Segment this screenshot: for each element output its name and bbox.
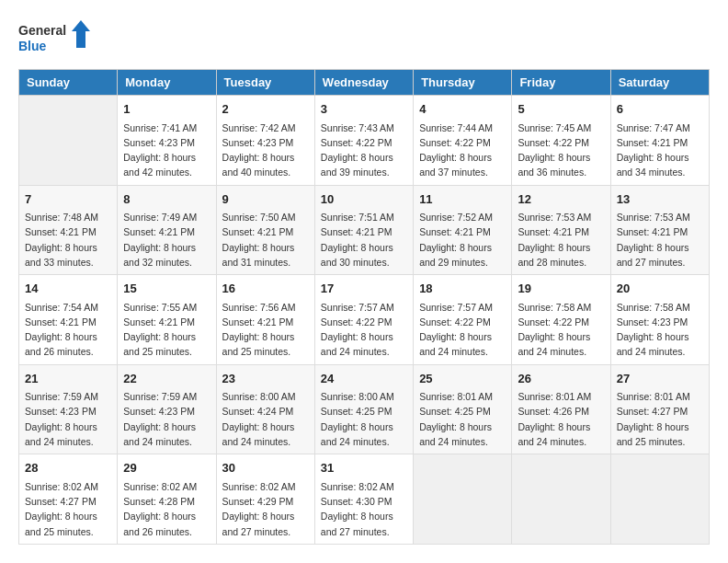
day-info: Sunrise: 8:02 AMSunset: 4:28 PMDaylight:… bbox=[123, 479, 210, 539]
day-of-week-header: Wednesday bbox=[314, 70, 413, 96]
day-info: Sunrise: 7:51 AMSunset: 4:21 PMDaylight:… bbox=[321, 210, 407, 270]
calendar-day-cell: 3Sunrise: 7:43 AMSunset: 4:22 PMDaylight… bbox=[314, 96, 413, 186]
day-of-week-header: Friday bbox=[512, 70, 610, 96]
day-info: Sunrise: 7:58 AMSunset: 4:23 PMDaylight:… bbox=[617, 300, 703, 360]
day-info: Sunrise: 8:00 AMSunset: 4:24 PMDaylight:… bbox=[222, 389, 309, 449]
day-info: Sunrise: 8:02 AMSunset: 4:29 PMDaylight:… bbox=[222, 479, 309, 539]
day-info: Sunrise: 7:50 AMSunset: 4:21 PMDaylight:… bbox=[222, 210, 309, 270]
day-info: Sunrise: 8:00 AMSunset: 4:25 PMDaylight:… bbox=[321, 389, 407, 449]
day-number: 31 bbox=[321, 459, 407, 477]
day-info: Sunrise: 8:01 AMSunset: 4:25 PMDaylight:… bbox=[419, 389, 506, 449]
day-number: 5 bbox=[518, 100, 604, 119]
day-number: 18 bbox=[419, 280, 506, 298]
calendar-day-cell: 24Sunrise: 8:00 AMSunset: 4:25 PMDayligh… bbox=[314, 364, 413, 454]
calendar-day-cell: 22Sunrise: 7:59 AMSunset: 4:23 PMDayligh… bbox=[118, 364, 216, 454]
day-info: Sunrise: 7:49 AMSunset: 4:21 PMDaylight:… bbox=[123, 210, 210, 270]
day-number: 29 bbox=[123, 459, 210, 477]
day-info: Sunrise: 7:43 AMSunset: 4:22 PMDaylight:… bbox=[321, 121, 407, 180]
day-info: Sunrise: 7:47 AMSunset: 4:21 PMDaylight:… bbox=[617, 121, 703, 180]
day-number: 23 bbox=[222, 370, 309, 388]
page-header: General Blue bbox=[18, 18, 710, 60]
day-number: 10 bbox=[321, 190, 407, 209]
day-number: 22 bbox=[123, 370, 210, 388]
day-number: 16 bbox=[222, 280, 309, 298]
calendar-day-cell: 20Sunrise: 7:58 AMSunset: 4:23 PMDayligh… bbox=[610, 275, 709, 365]
calendar-day-cell: 12Sunrise: 7:53 AMSunset: 4:21 PMDayligh… bbox=[512, 185, 610, 275]
day-info: Sunrise: 7:53 AMSunset: 4:21 PMDaylight:… bbox=[617, 210, 703, 270]
calendar-day-cell bbox=[512, 454, 610, 545]
day-info: Sunrise: 7:48 AMSunset: 4:21 PMDaylight:… bbox=[25, 210, 111, 270]
calendar-day-cell: 7Sunrise: 7:48 AMSunset: 4:21 PMDaylight… bbox=[19, 185, 118, 275]
day-number: 24 bbox=[321, 370, 407, 388]
day-number: 7 bbox=[25, 190, 111, 209]
calendar-day-cell: 29Sunrise: 8:02 AMSunset: 4:28 PMDayligh… bbox=[118, 454, 216, 545]
calendar-day-cell: 13Sunrise: 7:53 AMSunset: 4:21 PMDayligh… bbox=[610, 185, 709, 275]
calendar-week-row: 1Sunrise: 7:41 AMSunset: 4:23 PMDaylight… bbox=[19, 96, 710, 186]
day-number: 13 bbox=[617, 190, 703, 209]
day-number: 20 bbox=[617, 280, 703, 298]
day-number: 9 bbox=[222, 190, 309, 209]
day-info: Sunrise: 7:54 AMSunset: 4:21 PMDaylight:… bbox=[25, 300, 111, 360]
day-info: Sunrise: 7:58 AMSunset: 4:22 PMDaylight:… bbox=[518, 300, 604, 360]
day-number: 4 bbox=[419, 100, 506, 119]
calendar-day-cell: 5Sunrise: 7:45 AMSunset: 4:22 PMDaylight… bbox=[512, 96, 610, 186]
day-info: Sunrise: 7:42 AMSunset: 4:23 PMDaylight:… bbox=[222, 121, 309, 180]
day-info: Sunrise: 7:59 AMSunset: 4:23 PMDaylight:… bbox=[123, 389, 210, 449]
calendar-day-cell: 28Sunrise: 8:02 AMSunset: 4:27 PMDayligh… bbox=[19, 454, 118, 545]
day-of-week-header: Monday bbox=[118, 70, 216, 96]
day-info: Sunrise: 7:53 AMSunset: 4:21 PMDaylight:… bbox=[518, 210, 604, 270]
day-of-week-header: Sunday bbox=[19, 70, 118, 96]
day-number: 28 bbox=[25, 459, 111, 477]
calendar-day-cell: 17Sunrise: 7:57 AMSunset: 4:22 PMDayligh… bbox=[314, 275, 413, 365]
calendar-day-cell: 14Sunrise: 7:54 AMSunset: 4:21 PMDayligh… bbox=[19, 275, 118, 365]
day-number: 12 bbox=[518, 190, 604, 209]
calendar-day-cell: 21Sunrise: 7:59 AMSunset: 4:23 PMDayligh… bbox=[19, 364, 118, 454]
calendar-day-cell: 9Sunrise: 7:50 AMSunset: 4:21 PMDaylight… bbox=[216, 185, 314, 275]
calendar-day-cell: 18Sunrise: 7:57 AMSunset: 4:22 PMDayligh… bbox=[414, 275, 512, 365]
calendar-day-cell: 23Sunrise: 8:00 AMSunset: 4:24 PMDayligh… bbox=[216, 364, 314, 454]
calendar-day-cell bbox=[610, 454, 709, 545]
calendar-day-cell: 16Sunrise: 7:56 AMSunset: 4:21 PMDayligh… bbox=[216, 275, 314, 365]
day-number: 6 bbox=[617, 100, 703, 119]
day-number: 1 bbox=[123, 100, 210, 119]
day-number: 27 bbox=[617, 370, 703, 388]
calendar-week-row: 28Sunrise: 8:02 AMSunset: 4:27 PMDayligh… bbox=[19, 454, 710, 545]
calendar-day-cell: 19Sunrise: 7:58 AMSunset: 4:22 PMDayligh… bbox=[512, 275, 610, 365]
day-info: Sunrise: 7:52 AMSunset: 4:21 PMDaylight:… bbox=[419, 210, 506, 270]
day-of-week-header: Tuesday bbox=[216, 70, 314, 96]
calendar-day-cell: 2Sunrise: 7:42 AMSunset: 4:23 PMDaylight… bbox=[216, 96, 314, 186]
logo-svg: General Blue bbox=[18, 18, 92, 60]
day-info: Sunrise: 7:41 AMSunset: 4:23 PMDaylight:… bbox=[123, 121, 210, 180]
calendar-day-cell: 1Sunrise: 7:41 AMSunset: 4:23 PMDaylight… bbox=[118, 96, 216, 186]
calendar-day-cell: 4Sunrise: 7:44 AMSunset: 4:22 PMDaylight… bbox=[414, 96, 512, 186]
day-of-week-header: Thursday bbox=[414, 70, 512, 96]
calendar-day-cell: 30Sunrise: 8:02 AMSunset: 4:29 PMDayligh… bbox=[216, 454, 314, 545]
calendar-day-cell: 31Sunrise: 8:02 AMSunset: 4:30 PMDayligh… bbox=[314, 454, 413, 545]
day-number: 14 bbox=[25, 280, 111, 298]
day-info: Sunrise: 8:01 AMSunset: 4:27 PMDaylight:… bbox=[617, 389, 703, 449]
day-number: 3 bbox=[321, 100, 407, 119]
calendar-day-cell: 26Sunrise: 8:01 AMSunset: 4:26 PMDayligh… bbox=[512, 364, 610, 454]
calendar-table: SundayMondayTuesdayWednesdayThursdayFrid… bbox=[18, 69, 710, 545]
day-number: 8 bbox=[123, 190, 210, 209]
day-number: 15 bbox=[123, 280, 210, 298]
calendar-day-cell: 10Sunrise: 7:51 AMSunset: 4:21 PMDayligh… bbox=[314, 185, 413, 275]
day-info: Sunrise: 8:02 AMSunset: 4:27 PMDaylight:… bbox=[25, 479, 111, 539]
day-info: Sunrise: 7:55 AMSunset: 4:21 PMDaylight:… bbox=[123, 300, 210, 360]
day-info: Sunrise: 7:45 AMSunset: 4:22 PMDaylight:… bbox=[518, 121, 604, 180]
day-number: 30 bbox=[222, 459, 309, 477]
svg-text:Blue: Blue bbox=[18, 39, 47, 53]
calendar-day-cell: 8Sunrise: 7:49 AMSunset: 4:21 PMDaylight… bbox=[118, 185, 216, 275]
day-number: 19 bbox=[518, 280, 604, 298]
calendar-day-cell: 15Sunrise: 7:55 AMSunset: 4:21 PMDayligh… bbox=[118, 275, 216, 365]
calendar-week-row: 21Sunrise: 7:59 AMSunset: 4:23 PMDayligh… bbox=[19, 364, 710, 454]
logo: General Blue bbox=[18, 18, 92, 60]
calendar-day-cell bbox=[414, 454, 512, 545]
day-number: 25 bbox=[419, 370, 506, 388]
calendar-day-cell: 25Sunrise: 8:01 AMSunset: 4:25 PMDayligh… bbox=[414, 364, 512, 454]
day-info: Sunrise: 8:02 AMSunset: 4:30 PMDaylight:… bbox=[321, 479, 407, 539]
calendar-day-cell: 11Sunrise: 7:52 AMSunset: 4:21 PMDayligh… bbox=[414, 185, 512, 275]
calendar-header-row: SundayMondayTuesdayWednesdayThursdayFrid… bbox=[19, 70, 710, 96]
day-info: Sunrise: 7:57 AMSunset: 4:22 PMDaylight:… bbox=[321, 300, 407, 360]
day-number: 17 bbox=[321, 280, 407, 298]
